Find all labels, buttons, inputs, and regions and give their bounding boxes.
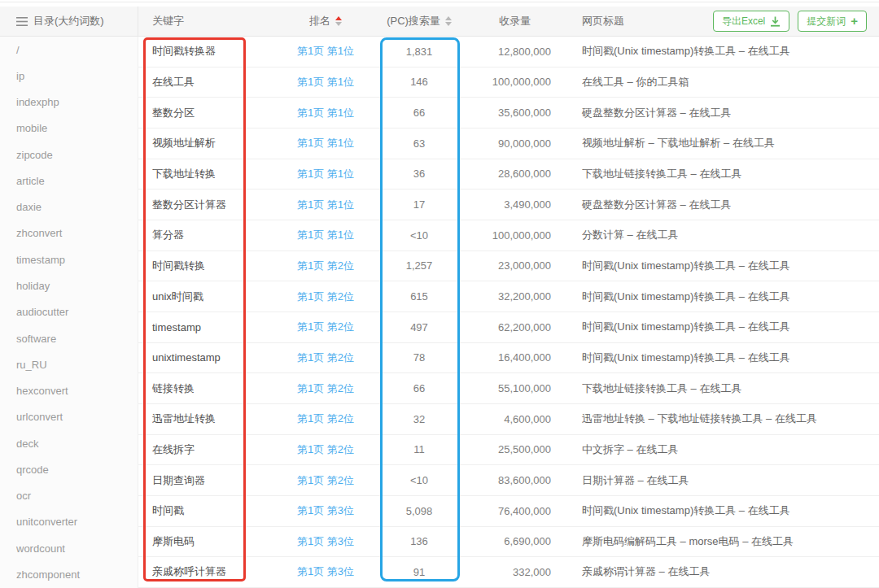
table-row: 时间戳 第1页 第3位 5,098 76,400,000 时间戳(Unix ti…: [138, 496, 879, 527]
sidebar-item[interactable]: software: [0, 325, 138, 351]
column-header-rank-label: 排名: [309, 14, 330, 28]
pc-search-volume-cell: 5,098: [370, 496, 468, 526]
page-title-cell: 迅雷地址转换 – 下载地址链接转换工具 – 在线工具: [562, 404, 879, 434]
sidebar-item[interactable]: indexphp: [0, 89, 138, 115]
rank-link[interactable]: 第1页 第2位: [281, 312, 370, 342]
page-title-cell: 在线工具 – 你的工具箱: [562, 68, 879, 98]
column-header-page-title-label: 网页标题: [582, 14, 624, 28]
sort-icon-rank[interactable]: [335, 16, 342, 26]
column-header-pc-volume-label: (PC)搜索量: [387, 14, 440, 28]
column-header-index-volume: 收录量: [468, 7, 562, 36]
rank-link[interactable]: 第1页 第3位: [281, 527, 370, 557]
rank-link[interactable]: 第1页 第1位: [281, 128, 370, 159]
page-title-cell: 视频地址解析 – 下载地址解析 – 在线工具: [562, 128, 879, 159]
column-header-pc-volume[interactable]: (PC)搜索量: [370, 7, 468, 36]
sidebar-item[interactable]: ru_RU: [0, 351, 138, 377]
submit-new-word-label: 提交新词: [807, 16, 846, 26]
sidebar-item[interactable]: unitconverter: [0, 509, 138, 535]
rank-link[interactable]: 第1页 第2位: [281, 343, 370, 373]
page-title-cell: 下载地址链接转换工具 – 在线工具: [562, 373, 879, 403]
column-header-index-volume-label: 收录量: [499, 14, 531, 28]
sidebar-item[interactable]: mobile: [0, 115, 138, 142]
index-volume-cell: 62,200,000: [468, 312, 562, 342]
sidebar-header-label: 目录(大约词数): [33, 14, 104, 28]
rank-link[interactable]: 第1页 第2位: [281, 373, 370, 403]
pc-search-volume-cell: 1,831: [370, 37, 468, 67]
table-row: unix时间戳 第1页 第2位 615 32,200,000 时间戳(Unix …: [138, 281, 879, 312]
table-row: 时间戳转换器 第1页 第1位 1,831 12,800,000 时间戳(Unix…: [138, 37, 879, 68]
keyword-cell: 时间戳转换器: [138, 37, 281, 67]
rank-link[interactable]: 第1页 第1位: [281, 220, 370, 250]
index-volume-cell: 83,600,000: [468, 465, 562, 495]
column-header-rank[interactable]: 排名: [281, 7, 370, 36]
keyword-cell: 下载地址转换: [138, 159, 281, 189]
sidebar-item[interactable]: zipcode: [0, 142, 138, 168]
pc-search-volume-cell: 66: [370, 373, 468, 403]
rank-link[interactable]: 第1页 第3位: [281, 557, 370, 587]
keyword-cell: 在线工具: [138, 68, 281, 98]
index-volume-cell: 16,400,000: [468, 343, 562, 373]
rank-link[interactable]: 第1页 第1位: [281, 37, 370, 67]
sidebar-header: 目录(大约词数): [0, 7, 138, 36]
sidebar-item[interactable]: timestamp: [0, 246, 138, 272]
rank-link[interactable]: 第1页 第1位: [281, 98, 370, 128]
rank-link[interactable]: 第1页 第3位: [281, 496, 370, 526]
rank-link[interactable]: 第1页 第2位: [281, 465, 370, 495]
sidebar-item[interactable]: /: [0, 37, 138, 63]
table-row: 亲戚称呼计算器 第1页 第3位 91 332,000 亲戚称谓计算器 – 在线工…: [138, 557, 879, 588]
sidebar-item[interactable]: ocr: [0, 483, 138, 509]
rank-link[interactable]: 第1页 第1位: [281, 159, 370, 189]
keyword-cell: 摩斯电码: [138, 527, 281, 557]
page-title-cell: 亲戚称谓计算器 – 在线工具: [562, 557, 879, 587]
column-header-keyword-label: 关键字: [152, 14, 184, 28]
sidebar-item[interactable]: deck: [0, 430, 138, 456]
sidebar-item[interactable]: audiocutter: [0, 299, 138, 325]
sidebar-item[interactable]: daxie: [0, 194, 138, 220]
index-volume-cell: 12,800,000: [468, 37, 562, 67]
index-volume-cell: 100,000,000: [468, 220, 562, 250]
sidebar-item[interactable]: urlconvert: [0, 404, 138, 430]
sidebar-item[interactable]: zhconvert: [0, 220, 138, 246]
rank-link[interactable]: 第1页 第2位: [281, 251, 370, 281]
sidebar-item[interactable]: article: [0, 168, 138, 194]
download-icon: [770, 16, 781, 27]
index-volume-cell: 32,200,000: [468, 281, 562, 311]
rank-link[interactable]: 第1页 第2位: [281, 404, 370, 434]
pc-search-volume-cell: <10: [370, 220, 468, 250]
index-volume-cell: 23,000,000: [468, 251, 562, 281]
sidebar-item[interactable]: qrcode: [0, 456, 138, 482]
index-volume-cell: 55,100,000: [468, 373, 562, 403]
index-volume-cell: 28,600,000: [468, 159, 562, 189]
plus-icon: +: [851, 15, 858, 27]
sidebar-item[interactable]: holiday: [0, 272, 138, 298]
table-row: 迅雷地址转换 第1页 第2位 32 4,600,000 迅雷地址转换 – 下载地…: [138, 404, 879, 435]
top-divider: [0, 2, 879, 2]
table-row: 在线工具 第1页 第1位 146 100,000,000 在线工具 – 你的工具…: [138, 68, 879, 98]
sort-up-icon: [445, 16, 452, 20]
table-row: 下载地址转换 第1页 第1位 36 28,600,000 下载地址链接转换工具 …: [138, 159, 879, 190]
export-excel-button[interactable]: 导出Excel: [713, 11, 789, 32]
rank-link[interactable]: 第1页 第2位: [281, 281, 370, 311]
sidebar-item[interactable]: zhcomponent: [0, 561, 138, 587]
sidebar-item[interactable]: ip: [0, 63, 138, 89]
sidebar-item[interactable]: wordcount: [0, 535, 138, 561]
table-row: 视频地址解析 第1页 第1位 63 90,000,000 视频地址解析 – 下载…: [138, 128, 879, 159]
submit-new-word-button[interactable]: 提交新词 +: [798, 11, 867, 32]
table-row: 在线拆字 第1页 第2位 11 25,500,000 中文拆字 – 在线工具: [138, 435, 879, 466]
index-volume-cell: 100,000,000: [468, 68, 562, 98]
index-volume-cell: 4,600,000: [468, 404, 562, 434]
table-row: 整数分区计算器 第1页 第1位 17 3,490,000 硬盘整数分区计算器 –…: [138, 189, 879, 220]
pc-search-volume-cell: 1,257: [370, 251, 468, 281]
page-title-cell: 时间戳(Unix timestamp)转换工具 – 在线工具: [562, 312, 879, 342]
rank-link[interactable]: 第1页 第1位: [281, 189, 370, 220]
rank-link[interactable]: 第1页 第2位: [281, 435, 370, 465]
page-title-cell: 中文拆字 – 在线工具: [562, 435, 879, 465]
rank-link[interactable]: 第1页 第1位: [281, 68, 370, 98]
sidebar-item[interactable]: hexconvert: [0, 377, 138, 403]
keyword-cell: 整数分区: [138, 98, 281, 128]
pc-search-volume-cell: 615: [370, 281, 468, 311]
sort-icon-pc-volume[interactable]: [445, 16, 452, 26]
export-excel-label: 导出Excel: [722, 16, 765, 26]
table-row: 日期查询器 第1页 第2位 <10 83,600,000 日期计算器 – 在线工…: [138, 465, 879, 496]
pc-search-volume-cell: 11: [370, 435, 468, 465]
